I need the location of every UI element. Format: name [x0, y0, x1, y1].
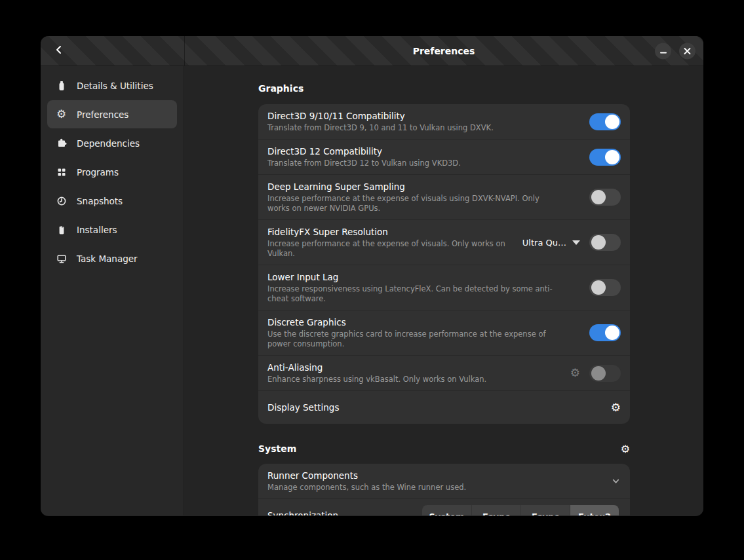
sync-option-esync[interactable]: Esync — [471, 505, 520, 515]
system-settings-gear-icon[interactable]: ⚙ — [621, 443, 630, 455]
toggle-knob — [605, 326, 619, 340]
row-controls: SystemEsyncFsyncFutex2 — [422, 505, 621, 515]
sidebar-item-label: Details & Utilities — [77, 81, 153, 91]
puzzle-icon — [56, 138, 67, 149]
settings-row-direct3d-12-compatibility: Direct3D 12 CompatibilityTranslate from … — [258, 140, 630, 175]
row-description: Increase performance at the expense of v… — [267, 194, 562, 214]
system-heading-label: System — [258, 443, 296, 455]
sidebar-item-preferences[interactable]: ⚙Preferences — [47, 100, 177, 128]
row-title: Runner Components — [267, 470, 603, 481]
toggle-knob — [591, 235, 606, 250]
row-description: Increase performance at the expense of v… — [267, 239, 515, 259]
clock-icon — [56, 195, 67, 206]
row-description: Translate from Direct3D 12 to Vulkan usi… — [267, 159, 562, 168]
sidebar-item-snapshots[interactable]: Snapshots — [47, 187, 177, 215]
system-card: Runner ComponentsManage components, such… — [258, 464, 630, 515]
package-icon — [56, 224, 67, 235]
row-controls: Ultra Qu… — [522, 234, 621, 251]
graphics-heading-label: Graphics — [258, 83, 303, 94]
graphics-card: Direct3D 9/10/11 CompatibilityTranslate … — [258, 104, 630, 424]
row-title: Deep Learning Super Sampling — [267, 181, 581, 193]
sync-segmented-control: SystemEsyncFsyncFutex2 — [422, 505, 619, 515]
toggle-switch[interactable] — [589, 234, 621, 251]
settings-row-deep-learning-super-sampling: Deep Learning Super SamplingIncrease per… — [258, 175, 630, 220]
sync-option-futex2[interactable]: Futex2 — [570, 505, 619, 515]
row-controls: ⚙ — [611, 402, 621, 413]
sidebar-item-label: Dependencies — [77, 138, 140, 149]
sidebar-item-label: Preferences — [77, 109, 128, 120]
toggle-knob — [591, 280, 606, 295]
sidebar-item-label: Programs — [77, 167, 119, 177]
toggle-knob — [591, 190, 606, 204]
graphics-section-heading: Graphics — [258, 83, 630, 94]
row-text: Discrete GraphicsUse the discrete graphi… — [267, 316, 589, 349]
close-button[interactable] — [679, 43, 695, 59]
toggle-switch[interactable] — [589, 279, 621, 296]
settings-row-lower-input-lag: Lower Input LagIncrease responsiveness u… — [258, 265, 630, 310]
toggle-knob — [605, 115, 619, 129]
row-controls — [589, 149, 621, 166]
sidebar-item-task-manager[interactable]: Task Manager — [47, 244, 177, 272]
sidebar-item-details-utilities[interactable]: Details & Utilities — [47, 71, 177, 100]
row-description: Use the discrete graphics card to increa… — [267, 329, 562, 349]
sync-option-fsync[interactable]: Fsync — [520, 505, 570, 515]
row-text: Synchronization — [267, 505, 422, 515]
toggle-knob — [591, 366, 606, 381]
row-title: Direct3D 12 Compatibility — [267, 145, 581, 157]
content-pane: Graphics Direct3D 9/10/11 CompatibilityT… — [184, 66, 703, 515]
toggle-knob — [605, 150, 619, 164]
chevron-left-icon — [54, 45, 64, 57]
chevron-down-icon[interactable] — [611, 476, 621, 486]
row-description: Enhance sharpness using vkBasalt. Only w… — [267, 375, 562, 384]
quality-dropdown[interactable]: Ultra Qu… — [522, 238, 580, 248]
toggle-switch[interactable] — [589, 189, 621, 206]
row-text: FidelityFX Super ResolutionIncrease perf… — [267, 226, 522, 259]
minimize-button[interactable] — [655, 43, 671, 59]
row-text: Anti-AliasingEnhance sharpness using vkB… — [267, 362, 570, 384]
toggle-switch[interactable] — [589, 149, 621, 166]
row-description: Manage components, such as the Wine runn… — [267, 483, 562, 493]
system-section-heading: System ⚙ — [258, 443, 630, 455]
row-text: Runner ComponentsManage components, such… — [267, 470, 611, 493]
sync-option-system[interactable]: System — [422, 505, 471, 515]
dropdown-arrow-icon — [572, 240, 580, 245]
settings-row-runner-components[interactable]: Runner ComponentsManage components, such… — [258, 464, 630, 499]
sidebar-item-label: Snapshots — [77, 196, 123, 206]
settings-row-fidelityfx-super-resolution: FidelityFX Super ResolutionIncrease perf… — [258, 220, 630, 265]
row-text: Display Settings — [267, 401, 611, 413]
row-settings-gear-icon[interactable]: ⚙ — [611, 402, 621, 413]
window-title: Preferences — [184, 46, 703, 56]
row-text: Direct3D 12 CompatibilityTranslate from … — [267, 145, 589, 168]
toggle-switch[interactable] — [589, 324, 621, 341]
row-title: Discrete Graphics — [267, 316, 581, 328]
row-title: FidelityFX Super Resolution — [267, 226, 515, 238]
settings-row-display-settings: Display Settings⚙ — [258, 391, 630, 424]
sidebar-item-programs[interactable]: Programs — [47, 158, 177, 186]
dropdown-value: Ultra Qu… — [522, 238, 566, 248]
monitor-icon — [56, 253, 67, 264]
grid-icon — [56, 166, 67, 177]
row-settings-gear-icon[interactable]: ⚙ — [570, 367, 580, 379]
sidebar-item-installers[interactable]: Installers — [47, 215, 177, 244]
row-text: Direct3D 9/10/11 CompatibilityTranslate … — [267, 110, 589, 133]
row-title: Anti-Aliasing — [267, 362, 562, 373]
row-controls: ⚙ — [570, 365, 621, 382]
settings-row-discrete-graphics: Discrete GraphicsUse the discrete graphi… — [258, 310, 630, 356]
row-text: Deep Learning Super SamplingIncrease per… — [267, 181, 589, 214]
toggle-switch[interactable] — [589, 365, 621, 382]
sidebar: Details & Utilities⚙PreferencesDependenc… — [41, 66, 184, 515]
row-description: Translate from Direct3D 9, 10 and 11 to … — [267, 123, 562, 133]
preferences-window: Preferences Details & Utilities⚙Preferen… — [41, 36, 703, 516]
sidebar-item-label: Task Manager — [77, 253, 138, 264]
toggle-switch[interactable] — [589, 113, 621, 130]
minimize-icon — [660, 52, 667, 54]
bottle-icon — [56, 80, 67, 91]
header-bar: Preferences — [41, 36, 703, 66]
row-title: Display Settings — [267, 401, 603, 413]
settings-row-direct3d-9-10-11-compatibility: Direct3D 9/10/11 CompatibilityTranslate … — [258, 104, 630, 140]
row-title: Lower Input Lag — [267, 271, 581, 283]
row-controls — [611, 476, 621, 486]
sidebar-item-dependencies[interactable]: Dependencies — [47, 129, 177, 157]
row-description: Increase responsiveness using LatencyFle… — [267, 284, 562, 304]
back-button[interactable] — [49, 41, 69, 62]
